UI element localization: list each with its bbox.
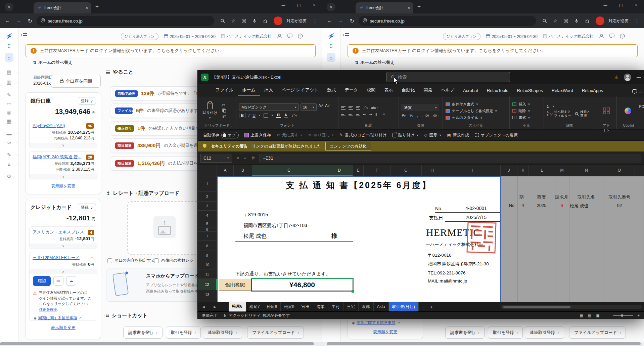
tab-relaxapps[interactable]: RelaxApps [578, 88, 607, 96]
accounts-icon[interactable]: ▥› [5, 78, 13, 87]
menu-icon[interactable]: ⋮ [311, 18, 319, 24]
sidebar-collapse-icon[interactable]: › [343, 32, 349, 37]
sheet-tab[interactable]: 松尾7 [246, 302, 264, 311]
expand-chevron-icon[interactable]: ∨ [30, 244, 97, 249]
zoom-slider[interactable] [613, 315, 633, 316]
reorder-link[interactable]: 表示順を変更 [26, 321, 101, 335]
wrap-text-icon[interactable]: ab↩ [371, 106, 378, 110]
site-info-icon[interactable] [363, 18, 367, 24]
row-header-selected[interactable]: 12 [198, 279, 217, 290]
reorder-link[interactable]: 表示順を変更 [26, 179, 101, 194]
zoom-out-icon[interactable]: — [604, 313, 608, 317]
shapes-button[interactable]: ◇図形∨ [424, 132, 441, 138]
merge-center-icon[interactable] [375, 113, 380, 116]
sheet-tab[interactable]: Asfa [374, 302, 389, 311]
increase-indent-icon[interactable]: ⇥ [369, 113, 372, 116]
select-all-corner[interactable] [198, 165, 217, 176]
font-size-select[interactable]: 16∨ [301, 103, 317, 111]
home-icon[interactable]: ⌂ [327, 53, 335, 62]
dialog-launcher-icon[interactable]: ⌙ [231, 125, 233, 128]
fill-handle[interactable] [352, 290, 354, 293]
reports-icon[interactable]: ▦ [5, 117, 13, 126]
column-header[interactable]: A [217, 165, 234, 176]
percent-format-icon[interactable]: % [410, 113, 413, 118]
confirm-button[interactable]: 確認 [33, 276, 51, 286]
comments-button[interactable]: コ [632, 88, 644, 94]
tab-close-icon[interactable]: × [86, 6, 88, 10]
file-upload-button[interactable]: ファイルアップロード› [569, 327, 626, 339]
user-icon[interactable] [599, 34, 604, 40]
register-transaction-button[interactable]: 取引を登録› [166, 327, 201, 339]
tab-close-icon[interactable]: × [408, 6, 410, 10]
sheet-scroll-right-icon[interactable]: ▶ [209, 305, 221, 309]
page-layout-view-icon[interactable]: ▤ [588, 313, 591, 318]
normal-view-icon[interactable]: ▦ [580, 313, 583, 318]
tab-review[interactable]: 校閲 [362, 87, 380, 96]
redo-button[interactable]: ↻やり直し∨ [308, 132, 334, 138]
card-mini-button[interactable]: ▭ [53, 276, 63, 286]
undo-button[interactable]: ↺元に戻す∨ [277, 132, 302, 138]
help-icon[interactable]: ? [620, 34, 625, 40]
profile-avatar[interactable] [274, 16, 282, 25]
bold-button[interactable]: B [239, 113, 245, 118]
menu-icon[interactable]: ⋮ [633, 18, 641, 24]
increase-font-icon[interactable]: A˄ [318, 103, 323, 111]
column-header[interactable]: L [529, 165, 555, 176]
tab-relaxtools[interactable]: RelaxTools [482, 88, 513, 96]
new-sheet-icon[interactable]: + [428, 304, 435, 310]
format-painter-icon[interactable] [222, 115, 226, 119]
forward-icon[interactable]: → [336, 18, 346, 24]
warning-banner[interactable]: ! 三井住友MASTERカード のログイン情報が誤っています。こちらをクリックし… [348, 44, 638, 57]
row-header[interactable]: 9 [198, 251, 217, 260]
underline-button[interactable]: U [252, 113, 256, 118]
reorder-link[interactable]: 表示順を変更 [348, 325, 423, 340]
tab-developer[interactable]: 開発 [419, 87, 436, 96]
fx-icon[interactable]: fx [252, 156, 255, 161]
row-header[interactable]: 4 [198, 211, 217, 220]
tab-acrobat[interactable]: Acrobat [459, 88, 482, 96]
decrease-decimal-icon[interactable]: .00→ [432, 114, 440, 117]
sheet-tab-overflow-icon[interactable]: ⋯ [419, 305, 428, 309]
sheet-tab[interactable]: 宮田 [298, 302, 313, 311]
page-break-view-icon[interactable]: ▣ [596, 313, 599, 318]
sync-note-link[interactable]: 同期に関する留意事項 [38, 315, 77, 320]
reload-icon[interactable]: ↻ [348, 18, 357, 24]
orientation-icon[interactable]: ⟋∨ [363, 105, 368, 110]
search-menu-icon[interactable]: ◎ [5, 108, 13, 117]
card-icon[interactable]: ▬› [5, 129, 13, 138]
copilot-icon[interactable] [625, 107, 631, 114]
align-top-icon[interactable] [341, 106, 346, 110]
column-header[interactable]: F [364, 165, 390, 176]
tab-data[interactable]: データ [340, 87, 363, 96]
freee-logo-icon[interactable] [327, 31, 335, 40]
browser-tab[interactable]: freee会計 × [34, 2, 91, 13]
register-transaction-button[interactable]: 取引を登録› [488, 327, 523, 339]
column-header[interactable]: N [569, 165, 604, 176]
sheet-tab[interactable]: 三宅 [343, 302, 359, 311]
row-header[interactable]: 11 [198, 269, 217, 279]
copy-icon[interactable] [222, 109, 226, 113]
maximize-icon[interactable]: ▢ [291, 0, 307, 11]
close-icon[interactable]: × [629, 0, 644, 11]
horizontal-scrollbar[interactable] [322, 342, 644, 346]
italic-button[interactable]: I [248, 113, 249, 118]
sheet-horizontal-scrollbar[interactable] [501, 305, 642, 309]
edit-icon[interactable]: ✎ [5, 91, 13, 99]
number-format-select[interactable]: 通貨∨ [402, 104, 439, 111]
paste-button[interactable]: 貼り付け∨ [200, 98, 220, 123]
sheet-tab[interactable]: 松尾9 [281, 302, 298, 311]
column-header[interactable]: G [390, 165, 422, 176]
find-select-button[interactable]: 検索と 選択 [575, 110, 593, 118]
row-header[interactable]: 5 [198, 220, 217, 227]
excel-search-box[interactable]: 検索 [386, 72, 510, 82]
total-label-cell[interactable]: 合計(税抜) [219, 279, 251, 291]
mic-icon[interactable] [250, 18, 259, 23]
decrease-indent-icon[interactable]: ⇤ [363, 113, 366, 116]
sidebar-collapse-icon[interactable]: › [21, 32, 27, 37]
detail-link[interactable]: 詳細を確認 [39, 307, 57, 311]
enable-content-button[interactable]: コンテンツの有効化 [325, 142, 371, 151]
enter-icon[interactable]: ✓ [244, 156, 247, 161]
select-objects-button[interactable]: オブジェクトの選択 [475, 132, 518, 138]
chat-icon[interactable] [609, 34, 614, 39]
extensions-icon[interactable] [583, 19, 592, 23]
